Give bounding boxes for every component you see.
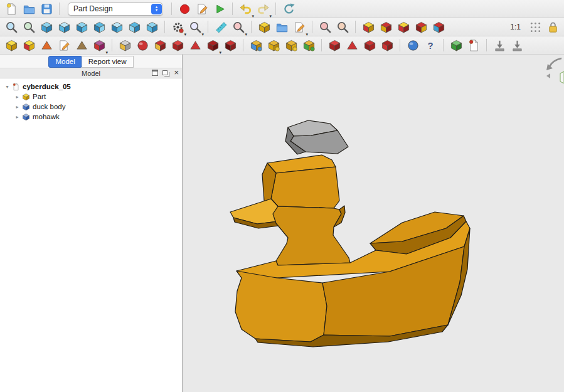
float-panel-button[interactable]: [162, 70, 168, 75]
clone-button[interactable]: [466, 37, 482, 53]
pad-button[interactable]: [117, 37, 133, 53]
tree-item-mohawk[interactable]: ▸mohawk: [0, 112, 182, 122]
hole-button[interactable]: [222, 37, 238, 53]
cross-section-button[interactable]: [430, 19, 447, 35]
additive-helix-icon: [189, 39, 202, 52]
thickness-button[interactable]: [379, 37, 395, 53]
toolbar-separator: [400, 39, 400, 51]
axonometric-view-button[interactable]: [38, 19, 55, 35]
additive-loft-button[interactable]: [152, 37, 168, 53]
lock-toggle-button[interactable]: [545, 19, 561, 35]
tree-item-cyberduck-05[interactable]: ▾cyberduck_05: [0, 82, 182, 92]
undo-button[interactable]: ▾: [237, 1, 253, 17]
check-geometry-button[interactable]: [334, 19, 351, 35]
dropdown-arrow-icon[interactable]: ▾: [252, 14, 254, 19]
dropdown-arrow-icon[interactable]: ▾: [306, 32, 308, 37]
tab-report-view[interactable]: Report view: [82, 56, 134, 68]
additive-helix-button[interactable]: [187, 37, 203, 53]
refresh-button[interactable]: [280, 1, 297, 17]
edit-sketch-button[interactable]: [38, 37, 55, 53]
boolean-xor-button[interactable]: [413, 19, 429, 35]
group-folder-button[interactable]: [274, 19, 290, 35]
linear-pattern-icon: [267, 39, 280, 52]
polar-pattern-button[interactable]: [283, 37, 299, 53]
grid-toggle-button[interactable]: [527, 19, 543, 35]
fit-all-button[interactable]: [3, 19, 19, 35]
3d-viewport[interactable]: [183, 55, 564, 392]
front-view-button[interactable]: [56, 19, 72, 35]
multitransform-button[interactable]: [301, 37, 317, 53]
open-document-button[interactable]: [21, 1, 37, 17]
tab-model[interactable]: Model: [48, 56, 82, 68]
pocket-button[interactable]: ▾: [205, 37, 221, 53]
navigation-cube-corner[interactable]: [545, 56, 564, 83]
left-view-button[interactable]: [144, 19, 160, 35]
create-sketch-button[interactable]: [21, 37, 37, 53]
validate-sketch-button[interactable]: [73, 37, 90, 53]
expander-icon[interactable]: ▾: [3, 84, 11, 90]
front-view-icon: [58, 21, 71, 34]
undock-panel-button[interactable]: [152, 70, 158, 76]
expander-icon[interactable]: ▸: [13, 114, 21, 120]
macro-edit-button[interactable]: [194, 1, 210, 17]
redo-button[interactable]: ▾: [255, 1, 271, 17]
revolution-button[interactable]: [134, 37, 151, 53]
right-view-button[interactable]: [91, 19, 107, 35]
macro-play-button[interactable]: [211, 1, 228, 17]
tree-item-duck-body[interactable]: ▸duck body: [0, 102, 182, 112]
datum-tools-button[interactable]: ▾: [91, 37, 107, 53]
measure-linear-button[interactable]: [213, 19, 229, 35]
whats-this-button[interactable]: ?: [422, 37, 439, 53]
boolean-operation-button[interactable]: [405, 37, 421, 53]
export-shape-button[interactable]: ▾: [291, 19, 307, 35]
tree-item-label: cyberduck_05: [23, 83, 71, 90]
fillet-button[interactable]: [326, 37, 343, 53]
refine-shape-button[interactable]: [317, 19, 333, 35]
save-document-button[interactable]: [38, 1, 55, 17]
toolbar-separator: [486, 39, 487, 51]
measure-tools-button[interactable]: ▾: [230, 19, 247, 35]
workbench-selector[interactable]: Part Design▲▼: [68, 3, 163, 16]
chamfer-button[interactable]: [344, 37, 360, 53]
expander-icon[interactable]: ▸: [13, 104, 21, 110]
box-primitive-button[interactable]: [256, 19, 272, 35]
hole-icon: [224, 39, 237, 52]
additive-pipe-button[interactable]: [169, 37, 186, 53]
dropdown-arrow-icon[interactable]: ▾: [269, 14, 272, 19]
draft-button[interactable]: [361, 37, 378, 53]
top-view-button[interactable]: [73, 19, 90, 35]
boolean-union-button[interactable]: [360, 19, 376, 35]
tree-item-part[interactable]: ▸Part: [0, 92, 182, 102]
additive-pipe-icon: [171, 39, 184, 52]
rear-view-button[interactable]: [109, 19, 125, 35]
toolbar-separator: [243, 39, 243, 51]
expander-icon[interactable]: ▸: [13, 94, 21, 100]
dropdown-arrow-icon[interactable]: ▾: [184, 32, 186, 37]
dropdown-arrow-icon[interactable]: ▾: [105, 50, 108, 55]
export-shape-icon: [293, 21, 306, 34]
zoom-tools-button[interactable]: ▾: [187, 19, 203, 35]
workbench-selector-stepper-icon[interactable]: ▲▼: [151, 4, 162, 14]
linear-pattern-button[interactable]: [265, 37, 282, 53]
boolean-intersection-button[interactable]: [395, 19, 412, 35]
dropdown-arrow-icon[interactable]: ▾: [201, 32, 204, 37]
dropdown-arrow-icon[interactable]: ▾: [245, 32, 247, 37]
validate-sketch-icon: [75, 39, 88, 52]
migrate-tool-button[interactable]: [491, 37, 508, 53]
create-body-button[interactable]: [3, 37, 19, 53]
view-style-button[interactable]: ▾: [169, 19, 186, 35]
zoom-level[interactable]: 1:1: [505, 23, 526, 31]
boolean-cut-button[interactable]: [378, 19, 394, 35]
new-document-button[interactable]: [3, 1, 19, 17]
polar-pattern-icon: [285, 39, 298, 52]
mirrored-button[interactable]: [248, 37, 264, 53]
create-sketch-icon: [23, 39, 36, 52]
import-tool-button[interactable]: [509, 37, 525, 53]
zoom-selection-button[interactable]: [21, 19, 37, 35]
map-sketch-button[interactable]: [56, 37, 72, 53]
freecad-window: Part Design▲▼▾▾ ▾▾▾▾1:1 ▾▾? Model Report…: [0, 0, 564, 392]
bottom-view-button[interactable]: [126, 19, 142, 35]
macro-record-button[interactable]: [176, 1, 193, 17]
shapebinder-button[interactable]: [448, 37, 464, 53]
close-panel-button[interactable]: ×: [174, 70, 179, 76]
